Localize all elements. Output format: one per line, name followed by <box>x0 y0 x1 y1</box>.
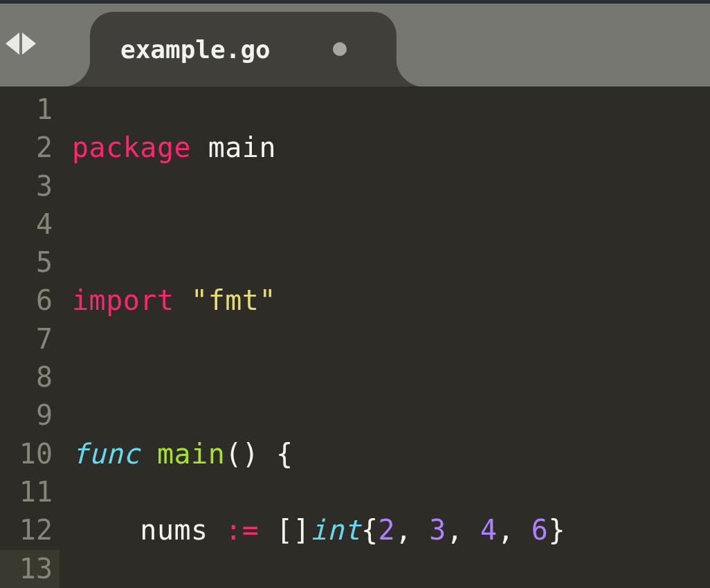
punct: } <box>548 514 565 546</box>
identifier: nums <box>140 514 225 546</box>
punct: () { <box>225 438 293 470</box>
editor: 1 2 3 4 5 6 7 8 9 10 11 12 13 package ma… <box>0 86 710 588</box>
number-literal: 2 <box>379 514 396 546</box>
line-number-current[interactable]: 13 <box>0 550 60 588</box>
punct: { <box>361 514 379 546</box>
punct: [] <box>259 514 310 546</box>
string-literal: "fmt" <box>191 284 276 316</box>
func-name: main <box>157 438 225 470</box>
code-line: import "fmt" <box>72 282 710 320</box>
type-int: int <box>310 514 361 546</box>
line-number[interactable]: 10 <box>19 438 53 470</box>
line-number[interactable]: 6 <box>36 284 53 316</box>
line-number[interactable]: 1 <box>36 93 53 125</box>
line-number[interactable]: 12 <box>19 514 53 546</box>
tab-history-nav <box>0 33 36 86</box>
line-number[interactable]: 2 <box>36 131 53 163</box>
line-number[interactable]: 4 <box>36 208 53 240</box>
number-literal: 6 <box>531 514 549 546</box>
code-line <box>72 205 710 244</box>
number-literal: 4 <box>480 514 498 546</box>
identifier: main <box>208 131 276 163</box>
code-line: package main <box>72 129 710 167</box>
line-number[interactable]: 3 <box>36 170 53 202</box>
nav-back-icon[interactable] <box>6 33 19 55</box>
dirty-indicator-icon <box>333 42 347 56</box>
code-line: nums := []int{2, 3, 4, 6} <box>72 511 710 549</box>
number-literal: 3 <box>429 514 446 546</box>
keyword-package: package <box>72 131 191 163</box>
keyword-import: import <box>72 284 174 316</box>
line-number[interactable]: 7 <box>36 323 53 355</box>
code-line <box>72 358 710 396</box>
line-number[interactable]: 11 <box>19 476 53 508</box>
line-number[interactable]: 5 <box>36 246 53 278</box>
tab-strip: example.go <box>0 3 710 86</box>
line-number[interactable]: 9 <box>36 399 53 431</box>
line-number[interactable]: 8 <box>36 361 53 393</box>
keyword-func: func <box>72 438 140 470</box>
operator: := <box>225 514 259 546</box>
line-number-gutter[interactable]: 1 2 3 4 5 6 7 8 9 10 11 12 13 <box>0 86 60 588</box>
tab-active[interactable]: example.go <box>90 12 397 86</box>
nav-forward-icon[interactable] <box>22 33 36 55</box>
code-area[interactable]: package main import "fmt" func main() { … <box>60 86 710 588</box>
code-line: func main() { <box>72 435 710 473</box>
tab-filename: example.go <box>120 35 271 64</box>
